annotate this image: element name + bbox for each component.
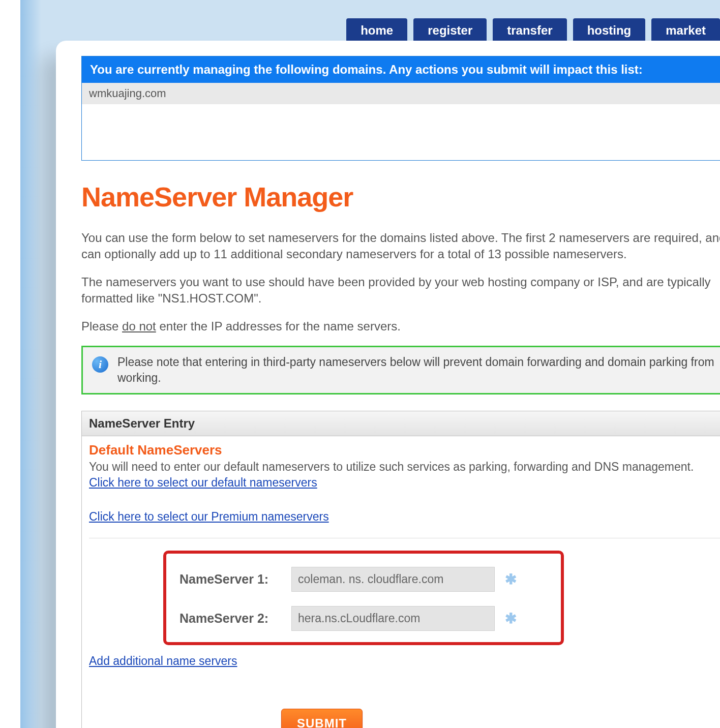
add-additional-ns-link[interactable]: Add additional name servers [89, 654, 720, 668]
nameserver-highlight-box: NameServer 1: ✱ NameServer 2: ✱ [163, 551, 564, 645]
default-ns-desc: You will need to enter our default names… [89, 460, 720, 474]
managing-domains-header: You are currently managing the following… [82, 56, 720, 83]
p3-underline: do not [122, 319, 156, 333]
info-notice: i Please note that entering in third-par… [81, 346, 720, 395]
managing-domains-body [82, 104, 720, 160]
managing-domains-box: You are currently managing the following… [81, 56, 720, 161]
info-text: Please note that entering in third-party… [117, 354, 720, 386]
nameserver-entry-box: NameServer Entry Default NameServers You… [81, 411, 720, 728]
page-title: NameServer Manager [81, 181, 720, 213]
p3-prefix: Please [81, 319, 122, 333]
ns2-row: NameServer 2: ✱ [179, 606, 548, 631]
intro-paragraph-3: Please do not enter the IP addresses for… [81, 318, 720, 335]
required-asterisk-icon: ✱ [505, 571, 517, 588]
managing-domain-row: wmkuajing.com [82, 83, 720, 104]
page-background: home register transfer hosting market Yo… [20, 0, 720, 728]
info-icon: i [92, 356, 108, 373]
separator [89, 538, 720, 538]
required-asterisk-icon: ✱ [505, 610, 517, 627]
nameserver-entry-header: NameServer Entry [82, 411, 720, 436]
intro-paragraph-1: You can use the form below to set namese… [81, 230, 720, 263]
submit-button[interactable]: SUBMIT [281, 709, 363, 728]
content-card: You are currently managing the following… [56, 41, 720, 728]
select-premium-ns-link[interactable]: Click here to select our Premium nameser… [89, 510, 329, 524]
ns2-input[interactable] [291, 606, 495, 631]
ns2-label: NameServer 2: [179, 611, 281, 626]
select-default-ns-link[interactable]: Click here to select our default nameser… [89, 476, 317, 490]
p3-suffix: enter the IP addresses for the name serv… [156, 319, 401, 333]
ns1-input[interactable] [291, 567, 495, 592]
nameserver-entry-body: Default NameServers You will need to ent… [82, 436, 720, 728]
intro-paragraph-2: The nameservers you want to use should h… [81, 274, 720, 307]
ns1-label: NameServer 1: [179, 572, 281, 587]
ns1-row: NameServer 1: ✱ [179, 567, 548, 592]
default-ns-title: Default NameServers [89, 442, 720, 458]
